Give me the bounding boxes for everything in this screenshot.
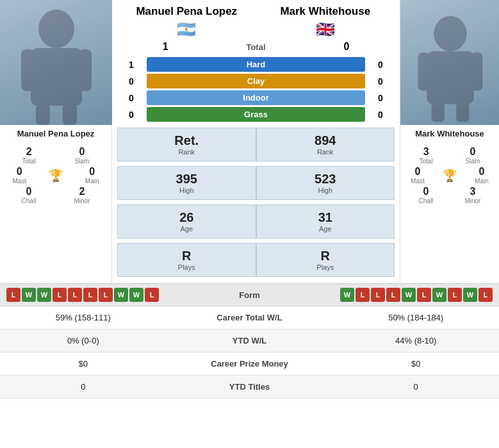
svg-rect-2 bbox=[21, 49, 34, 91]
stats-row-2: $0Career Prize Money$0 bbox=[0, 353, 499, 376]
stats-right-val-0: 50% (184-184) bbox=[332, 306, 499, 329]
left-rank-lbl: Rank bbox=[126, 148, 248, 156]
left-player-header: Manuel Pena Lopez 🇦🇷 bbox=[117, 5, 256, 38]
left-chall-stat: 0 Chall bbox=[22, 186, 37, 204]
left-form-badge-4: L bbox=[68, 288, 82, 302]
right-form-badge-6: W bbox=[432, 288, 446, 302]
center-column: Manuel Pena Lopez 🇦🇷 Mark Whitehouse 🇬🇧 … bbox=[112, 0, 400, 283]
total-row: 1 Total 0 bbox=[112, 38, 400, 55]
right-high-box: 523 High bbox=[256, 166, 395, 200]
left-age-val: 26 bbox=[126, 210, 248, 225]
left-form-badge-6: L bbox=[99, 288, 113, 302]
right-big-name: Mark Whitehouse bbox=[256, 5, 395, 18]
stats-table: 59% (158-111)Career Total W/L50% (184-18… bbox=[0, 306, 499, 399]
left-total-stat: 2 Total bbox=[22, 146, 36, 165]
right-clay-wins: 0 bbox=[368, 76, 393, 87]
left-plays-val: R bbox=[126, 249, 248, 263]
stats-row-1: 0% (0-0)YTD W/L44% (8-10) bbox=[0, 329, 499, 353]
left-form-badge-5: L bbox=[83, 288, 97, 302]
right-form-badge-5: L bbox=[417, 288, 431, 302]
left-trophy-row: 0 Mast 🏆 0 Main bbox=[3, 166, 109, 185]
indoor-badge: Indoor bbox=[147, 90, 365, 105]
right-rank-box: 894 Rank bbox=[256, 128, 395, 162]
left-age-box: 26 Age bbox=[117, 204, 256, 238]
svg-rect-11 bbox=[456, 103, 469, 122]
grass-badge: Grass bbox=[147, 107, 365, 122]
svg-rect-5 bbox=[63, 104, 77, 125]
right-high-lbl: High bbox=[265, 187, 387, 194]
right-indoor-wins: 0 bbox=[368, 93, 393, 103]
right-total-wins: 0 bbox=[334, 41, 359, 53]
stats-center-label-0: Career Total W/L bbox=[167, 306, 333, 329]
svg-rect-4 bbox=[36, 104, 50, 125]
left-player-name: Manuel Pena Lopez bbox=[0, 125, 111, 142]
main-container: Manuel Pena Lopez 2 Total 0 Slam 0 bbox=[0, 0, 499, 399]
left-total-wins: 1 bbox=[152, 41, 178, 53]
form-section: LWWLLLLWWL Form WLLLWLWLWL bbox=[0, 283, 499, 306]
hard-badge: Hard bbox=[147, 57, 365, 72]
left-rank-val: Ret. bbox=[126, 133, 248, 148]
left-plays-lbl: Plays bbox=[126, 263, 248, 271]
right-age-val: 31 bbox=[265, 210, 387, 225]
right-trophy-row: 0 Mast 🏆 0 Main bbox=[403, 166, 496, 185]
svg-rect-3 bbox=[79, 49, 92, 91]
surface-rows: 1 Hard 0 0 Clay 0 0 Indoor 0 bbox=[112, 57, 400, 122]
svg-rect-10 bbox=[431, 103, 444, 122]
left-player-photo bbox=[0, 0, 112, 125]
right-player-header: Mark Whitehouse 🇬🇧 bbox=[256, 5, 395, 38]
left-clay-wins: 0 bbox=[119, 76, 144, 87]
stats-right-val-1: 44% (8-10) bbox=[332, 329, 499, 353]
right-rank-lbl: Rank bbox=[265, 148, 387, 156]
right-chall-stat: 0 Chall bbox=[419, 186, 434, 204]
left-minor-stat: 2 Minor bbox=[74, 186, 90, 204]
right-form-badge-0: W bbox=[340, 288, 354, 302]
right-form-badge-1: L bbox=[356, 288, 370, 302]
right-high-val: 523 bbox=[265, 172, 387, 187]
stats-left-val-0: 59% (158-111) bbox=[0, 306, 167, 329]
form-label: Form bbox=[218, 290, 282, 300]
stats-center-label-2: Career Prize Money bbox=[167, 353, 333, 376]
left-high-box: 395 High bbox=[117, 166, 256, 200]
right-player-column: Mark Whitehouse 3 Total 0 Slam 0 bbox=[400, 0, 499, 283]
right-minor-stat: 3 Minor bbox=[464, 186, 480, 204]
stats-center-label-3: YTD Titles bbox=[167, 376, 333, 399]
right-form-badge-2: L bbox=[371, 288, 385, 302]
left-form-badge-2: W bbox=[37, 288, 51, 302]
right-player-stats: 3 Total 0 Slam 0 Mast 🏆 0 bbox=[400, 142, 499, 208]
left-plays-box: R Plays bbox=[117, 243, 256, 277]
right-form-badge-7: L bbox=[448, 288, 462, 302]
left-hard-wins: 1 bbox=[119, 60, 144, 70]
right-plays-box: R Plays bbox=[256, 243, 395, 277]
right-plays-lbl: Plays bbox=[265, 263, 387, 271]
right-form-badge-4: W bbox=[402, 288, 416, 302]
stats-left-val-2: $0 bbox=[0, 353, 167, 376]
left-high-lbl: High bbox=[126, 187, 248, 194]
left-form-badge-0: L bbox=[6, 288, 20, 302]
left-grass-wins: 0 bbox=[119, 110, 144, 120]
player-comparison: Manuel Pena Lopez 2 Total 0 Slam 0 bbox=[0, 0, 499, 283]
indoor-row: 0 Indoor 0 bbox=[119, 90, 393, 105]
left-age-lbl: Age bbox=[126, 225, 248, 233]
left-mast-stat: 0 Mast bbox=[12, 166, 26, 185]
clay-badge: Clay bbox=[147, 74, 365, 88]
stats-right-val-2: $0 bbox=[332, 353, 499, 376]
stats-left-val-1: 0% (0-0) bbox=[0, 329, 167, 353]
left-form-badge-1: W bbox=[22, 288, 36, 302]
total-label: Total bbox=[246, 42, 265, 52]
svg-rect-7 bbox=[427, 51, 473, 104]
right-rank-val: 894 bbox=[265, 133, 387, 148]
left-trophy-icon: 🏆 bbox=[49, 169, 63, 183]
left-player-column: Manuel Pena Lopez 2 Total 0 Slam 0 bbox=[0, 0, 112, 283]
svg-point-0 bbox=[38, 10, 74, 48]
right-hard-wins: 0 bbox=[368, 60, 393, 70]
center-info-area: Ret. Rank 395 High 26 Age R Plays bbox=[112, 124, 400, 283]
left-high-val: 395 bbox=[126, 172, 248, 187]
right-player-photo bbox=[400, 0, 499, 125]
right-main-stat: 0 Main bbox=[475, 166, 489, 185]
left-slam-stat: 0 Slam bbox=[75, 146, 90, 165]
clay-row: 0 Clay 0 bbox=[119, 74, 393, 88]
stats-row-0: 59% (158-111)Career Total W/L50% (184-18… bbox=[0, 306, 499, 329]
right-grass-wins: 0 bbox=[368, 110, 393, 120]
left-form-badge-8: W bbox=[129, 288, 143, 302]
left-center-stats: Ret. Rank 395 High 26 Age R Plays bbox=[117, 128, 256, 279]
